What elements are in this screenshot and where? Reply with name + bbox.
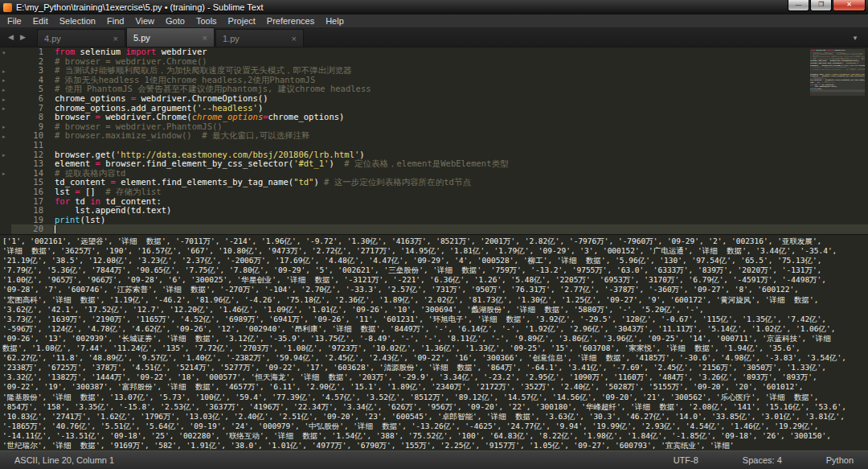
minimap[interactable]: 1from selenium import webdriver2# browse…: [810, 49, 865, 170]
tab-close-icon[interactable]: ×: [287, 34, 297, 43]
code-token: for: [55, 196, 70, 206]
code-token: 'http://data.eastmoney.com/bbsj/201806/l…: [116, 150, 359, 159]
console-line: '宏图高科', '详细 数据', '1.19亿', '-46.2', '81.9…: [2, 295, 866, 305]
code-token: # 使用 PhantomJS 会警告甚至不建议使用phantomjs, 建议ch…: [55, 84, 371, 93]
code-lines: 1from selenium import webdriver2# browse…: [11, 47, 868, 234]
console-line: '09-22', '19', '300387', '富邦股份', '详细 数据'…: [2, 382, 866, 392]
code-token: lst.append(td.text): [55, 205, 171, 215]
menu-item-view[interactable]: View: [129, 14, 160, 27]
code-line[interactable]: 20: [11, 224, 868, 234]
code-text: [55, 224, 55, 234]
menu-item-tools[interactable]: Tools: [190, 14, 223, 27]
line-number[interactable]: 2: [11, 57, 55, 67]
status-indent[interactable]: Spaces: 4: [743, 455, 782, 465]
line-number[interactable]: 4: [11, 76, 55, 85]
code-token: in: [90, 196, 100, 206]
text-caret: [55, 225, 55, 233]
code-token: []: [80, 187, 106, 196]
minimize-button[interactable]: —: [788, 0, 809, 11]
line-number[interactable]: 5: [11, 84, 55, 94]
fold-arrow-icon[interactable]: ▸: [2, 133, 6, 141]
code-token: webdriver.ChromeOptions(): [136, 93, 268, 103]
maximize-button[interactable]: ❐: [810, 0, 832, 11]
code-line[interactable]: 18 lst.append(td.text): [11, 206, 868, 216]
menu-item-project[interactable]: Project: [223, 14, 261, 27]
console-output[interactable]: ['1', '002161', '远望谷', '详细 数据', '-7011万'…: [0, 234, 868, 450]
console-line: '3.73亿', '1639万', '2190万', '1165万', '4.5…: [2, 315, 866, 324]
tab-overflow-icon[interactable]: ▼: [852, 35, 858, 42]
sublime-window: E:\my_Python\training\1exercise\5.py • (…: [0, 0, 868, 469]
line-number[interactable]: 3: [11, 66, 55, 76]
code-token: # 当测试好能够顺利爬取后，为加快爬取速度可设置无头模式，即不弹出浏览器: [55, 65, 352, 75]
line-number[interactable]: 8: [11, 113, 55, 122]
status-caret-position: ASCII, Line 20, Column 1: [14, 455, 674, 465]
line-number[interactable]: 18: [11, 206, 55, 216]
console-line: '854万', '158', '3.35亿', '-15.8', '2.53亿'…: [2, 402, 866, 412]
fold-arrow-icon[interactable]: ▸: [2, 96, 6, 104]
status-encoding: UTF-8: [674, 455, 698, 465]
tab-5py[interactable]: 5.py×: [126, 27, 215, 47]
tab-bar: ◀ ▶ 4.py×5.py×1.py× ▼: [0, 27, 868, 47]
fold-arrow-icon[interactable]: ▸: [2, 86, 6, 94]
tab-close-icon[interactable]: ×: [108, 34, 118, 43]
minimap-viewport[interactable]: [810, 49, 865, 96]
line-number[interactable]: 20: [11, 224, 55, 234]
code-token: td_content:: [100, 196, 162, 206]
menu-item-edit[interactable]: Edit: [27, 14, 54, 27]
fold-arrow-icon[interactable]: ▸: [2, 151, 6, 159]
menu-item-find[interactable]: Find: [101, 14, 129, 27]
code-token: ): [359, 150, 364, 159]
title-bar[interactable]: E:\my_Python\training\1exercise\5.py • (…: [0, 0, 868, 14]
console-line: '3.62亿', '42.1', '17.52亿', '12.7', '12.2…: [2, 305, 866, 315]
fold-arrow-icon[interactable]: ▸: [2, 76, 6, 84]
code-token: element.find_elements_by_tag_name(: [116, 177, 293, 187]
close-button[interactable]: ✕: [833, 0, 866, 11]
nav-back-icon[interactable]: ◀: [8, 33, 14, 41]
code-token: chrome_options: [55, 93, 131, 103]
code-token: chrome_options: [192, 112, 264, 121]
tab-close-icon[interactable]: ×: [198, 33, 207, 43]
menu-item-help[interactable]: Help: [320, 14, 350, 27]
code-line[interactable]: 19print(lst): [11, 216, 868, 225]
status-right-group: UTF-8 Spaces: 4 Python: [674, 455, 854, 465]
line-number[interactable]: 13: [11, 159, 55, 169]
tab-4py[interactable]: 4.py×: [37, 29, 125, 47]
nav-forward-icon[interactable]: ▶: [20, 33, 26, 41]
menu-item-file[interactable]: File: [2, 14, 27, 27]
code-token: chrome_options): [268, 112, 345, 121]
fold-arrow-icon[interactable]: ▸: [2, 105, 6, 113]
fold-arrow-icon[interactable]: ▸: [2, 123, 6, 131]
console-line: ['1', '002161', '远望谷', '详细 数据', '-7011万'…: [2, 237, 866, 246]
code-area[interactable]: 1from selenium import webdriver2# browse…: [11, 47, 868, 234]
menu-item-selection[interactable]: Selection: [54, 14, 101, 27]
editor-pane: ▾▸▸▸▸▸▸▸▸▸ 1from selenium import webdriv…: [0, 47, 868, 234]
code-token: td_content: [55, 177, 111, 187]
code-token: '--headless': [197, 103, 258, 113]
status-syntax[interactable]: Python: [826, 455, 854, 465]
code-token: chrome_options.add_argument(: [55, 103, 197, 113]
line-number[interactable]: 7: [11, 104, 55, 113]
tab-label: 4.py: [44, 34, 108, 43]
code-token: # 存储为list: [105, 187, 161, 196]
fold-arrow-icon[interactable]: ▾: [2, 49, 6, 57]
code-token: # 添加无头headless 1使用chrome headless,2使用Pha…: [55, 75, 315, 84]
code-token: # browser = webdriver.Chrome(): [55, 56, 207, 66]
console-line: '1.00亿', '965万', '966万', '09-28', '6', '…: [2, 275, 866, 285]
code-line[interactable]: 10# browser.maximize_window() # 最大化窗口,可以…: [11, 131, 868, 141]
line-number[interactable]: 11: [11, 141, 55, 150]
line-number[interactable]: 6: [11, 94, 55, 104]
console-line: '7.79亿', '5.36亿', '7844万', '90.65亿', '7.…: [2, 265, 866, 275]
fold-arrow-icon[interactable]: ▸: [2, 68, 6, 76]
line-number[interactable]: 16: [11, 187, 55, 197]
code-line[interactable]: 13element = browser.find_element_by_css_…: [11, 159, 868, 169]
fold-arrow-icon[interactable]: ▸: [2, 170, 6, 178]
line-number[interactable]: 1: [11, 47, 55, 57]
console-line: 数据', '1.08亿', '7.44', '11.24亿', '135', '…: [2, 344, 866, 353]
menu-item-goto[interactable]: Goto: [160, 14, 190, 27]
tab-1py[interactable]: 1.py×: [215, 29, 304, 47]
code-token: '#dt_1': [293, 158, 329, 168]
console-line: '09-26', '13', '002939', '长城证券', '详细 数据'…: [2, 334, 866, 344]
code-token: (lst): [80, 215, 106, 224]
menu-item-preferences[interactable]: Preferences: [261, 14, 320, 27]
code-token: # browser = webdriver.PhantomJS(): [55, 121, 223, 131]
